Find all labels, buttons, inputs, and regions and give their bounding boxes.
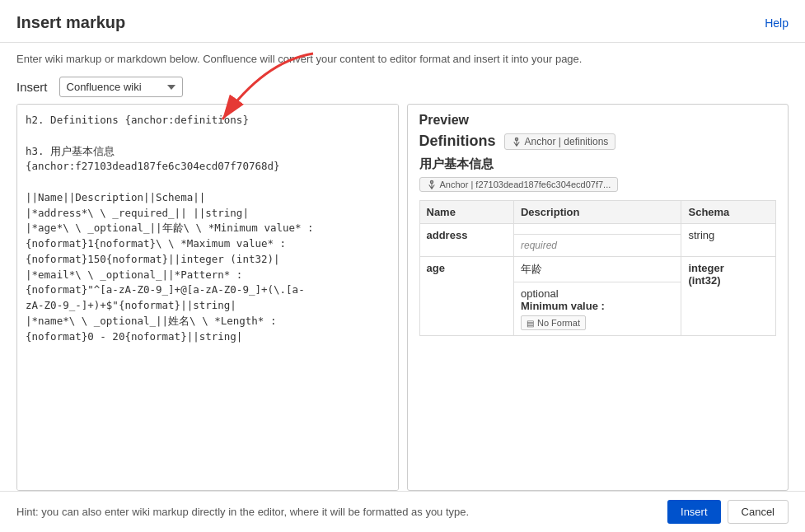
preview-label: Preview [408, 105, 789, 133]
cell-age-schema: integer(int32) [681, 257, 776, 336]
cell-address-schema: string [681, 224, 776, 257]
anchor-badge-definitions: Anchor | definitions [504, 133, 616, 150]
insert-button[interactable]: Insert [667, 500, 721, 524]
address-bold: address [427, 229, 468, 241]
definitions-heading-row: Definitions Anchor | definitions [419, 133, 777, 150]
no-format-text: No Format [537, 318, 580, 328]
anchor-icon-long [427, 180, 437, 189]
preview-panel: Preview Definitions Anchor | definitions… [407, 104, 789, 491]
dialog-header: Insert markup Help [0, 0, 805, 43]
insert-label: Insert [16, 80, 48, 94]
preview-content: Definitions Anchor | definitions 用户基本信息 [408, 133, 789, 490]
table-header-row: Name Description Schema [419, 201, 776, 224]
footer-hint: Hint: you can also enter wiki markup dir… [16, 506, 469, 518]
help-link[interactable]: Help [765, 16, 789, 30]
cell-age-name: age [419, 257, 513, 336]
cell-age-extra: optional Minimum value : ▤ No Format [513, 282, 681, 336]
preview-table: Name Description Schema address string [419, 200, 777, 336]
cell-address-name: address [419, 224, 513, 257]
col-header-description: Description [513, 201, 681, 224]
footer-buttons: Insert Cancel [667, 500, 789, 524]
anchor-definitions-text: Anchor | definitions [525, 136, 609, 147]
anchor-badge-long: Anchor | f27103dead187fe6c304ecd07f7... [419, 177, 619, 192]
cell-address-desc [513, 224, 681, 235]
hint-text: Enter wiki markup or markdown below. Con… [0, 43, 805, 72]
cell-address-required: required [513, 235, 681, 257]
insert-row: Insert Confluence wiki Markdown [0, 72, 805, 104]
no-format-badge: ▤ No Format [521, 315, 586, 330]
dialog-body: Enter wiki markup or markdown below. Con… [0, 43, 805, 491]
anchor-long-text: Anchor | f27103dead187fe6c304ecd07f7... [440, 180, 611, 189]
col-header-name: Name [419, 201, 513, 224]
cell-age-desc: 年龄 [513, 257, 681, 282]
dialog-title: Insert markup [16, 13, 125, 32]
table-row: age 年龄 integer(int32) [419, 257, 776, 282]
age-optional-label: optional [521, 287, 559, 300]
editor-panel: h2. Definitions {anchor:definitions} h3.… [16, 104, 399, 491]
cancel-button[interactable]: Cancel [728, 500, 789, 524]
dialog-footer: Hint: you can also enter wiki markup dir… [0, 491, 805, 532]
panels-container: h2. Definitions {anchor:definitions} h3.… [0, 104, 805, 491]
markup-editor[interactable]: h2. Definitions {anchor:definitions} h3.… [17, 105, 398, 490]
no-format-icon: ▤ [527, 319, 534, 328]
markup-type-select[interactable]: Confluence wiki Markdown [59, 77, 183, 97]
table-row: address string [419, 224, 776, 235]
definitions-heading: Definitions [419, 133, 496, 150]
anchor-icon [512, 137, 522, 147]
age-bold: age [427, 262, 445, 274]
min-value-label: Minimum value : [521, 300, 605, 312]
col-header-schema: Schema [681, 201, 776, 224]
subsection-title: 用户基本信息 [419, 156, 777, 172]
